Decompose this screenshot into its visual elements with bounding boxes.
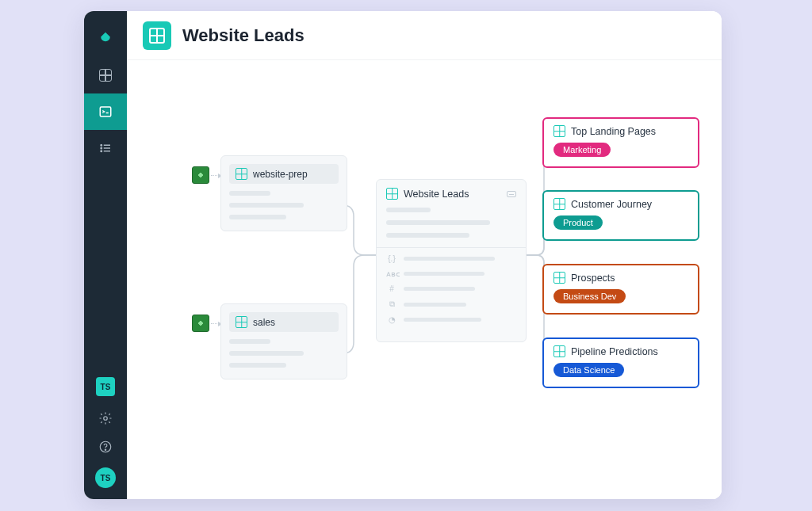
source-card-sales[interactable]: sales bbox=[220, 303, 347, 379]
output-card-top-landing-pages[interactable]: Top Landing Pages Marketing bbox=[542, 117, 699, 168]
svg-point-6 bbox=[105, 449, 105, 450]
connector-arrow bbox=[211, 175, 219, 176]
type-hash-icon: # bbox=[386, 284, 397, 293]
table-icon bbox=[553, 125, 565, 137]
table-icon bbox=[236, 168, 247, 180]
pipeline-canvas: website-prep sales bbox=[127, 60, 722, 499]
nav-data-icon[interactable] bbox=[84, 57, 127, 93]
svg-point-4 bbox=[104, 417, 108, 421]
dataset-card-title: Website Leads bbox=[404, 189, 469, 200]
output-card-title: Top Landing Pages bbox=[571, 126, 656, 137]
type-link-icon: ⧉ bbox=[386, 299, 397, 309]
table-icon bbox=[553, 272, 565, 284]
tag-badge: Data Science bbox=[553, 363, 624, 377]
type-text-icon: ᴀʙᴄ bbox=[386, 269, 397, 278]
app-window: TS TS Website Leads bbox=[84, 11, 722, 499]
sidebar: TS TS bbox=[84, 11, 127, 499]
source-thumb-icon[interactable] bbox=[192, 166, 209, 184]
type-time-icon: ◔ bbox=[386, 315, 397, 324]
nav-console-icon[interactable] bbox=[84, 93, 127, 130]
settings-icon[interactable] bbox=[84, 404, 127, 433]
header: Website Leads bbox=[127, 11, 722, 60]
main: Website Leads website-prep bbox=[127, 11, 722, 499]
user-avatar[interactable]: TS bbox=[95, 467, 116, 488]
output-card-title: Customer Journey bbox=[571, 199, 652, 210]
tag-badge: Product bbox=[553, 215, 603, 230]
table-icon bbox=[553, 198, 565, 210]
table-icon bbox=[553, 345, 565, 357]
connector-arrow bbox=[211, 323, 219, 324]
table-icon bbox=[236, 316, 247, 328]
workspace-badge[interactable]: TS bbox=[96, 377, 115, 396]
source-thumb-icon[interactable] bbox=[192, 315, 209, 332]
dataset-card-website-leads[interactable]: Website Leads {.} ᴀʙᴄ # ⧉ ◔ bbox=[376, 179, 527, 342]
card-options-icon[interactable] bbox=[507, 191, 516, 197]
svg-point-2 bbox=[101, 147, 102, 149]
output-card-prospects[interactable]: Prospects Business Dev bbox=[542, 264, 699, 315]
help-icon[interactable] bbox=[84, 433, 127, 461]
svg-point-3 bbox=[101, 151, 102, 152]
nav-list-icon[interactable] bbox=[84, 130, 127, 166]
page-title: Website Leads bbox=[182, 25, 304, 46]
source-card-title: sales bbox=[253, 317, 275, 328]
table-icon bbox=[386, 188, 398, 200]
type-brackets-icon: {.} bbox=[386, 254, 397, 263]
logo-icon[interactable] bbox=[84, 21, 127, 57]
tag-badge: Marketing bbox=[553, 143, 611, 157]
tag-badge: Business Dev bbox=[553, 289, 626, 303]
output-card-title: Prospects bbox=[571, 273, 615, 284]
header-tile-icon bbox=[143, 21, 171, 50]
source-card-website-prep[interactable]: website-prep bbox=[220, 155, 347, 231]
output-card-pipeline-predictions[interactable]: Pipeline Predictions Data Science bbox=[542, 337, 699, 388]
svg-rect-0 bbox=[100, 107, 111, 116]
output-card-title: Pipeline Predictions bbox=[571, 346, 658, 357]
svg-point-1 bbox=[101, 145, 102, 147]
source-card-title: website-prep bbox=[253, 169, 308, 180]
output-card-customer-journey[interactable]: Customer Journey Product bbox=[542, 190, 699, 241]
